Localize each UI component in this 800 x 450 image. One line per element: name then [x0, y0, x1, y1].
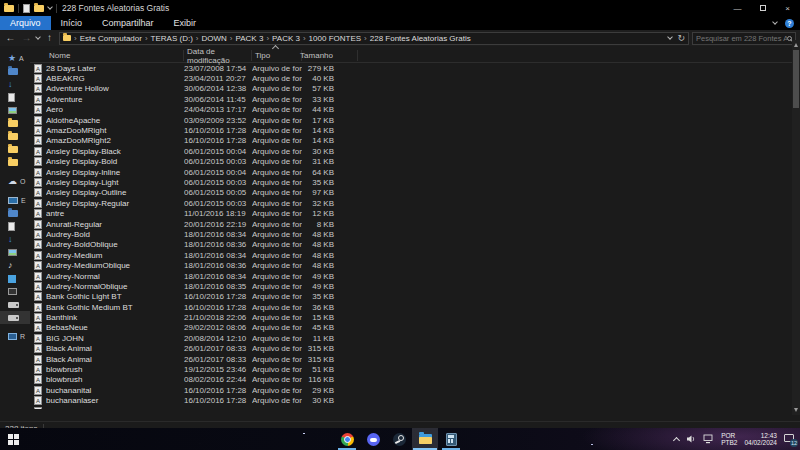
breadcrumb-item[interactable]: DOWN: [202, 34, 227, 43]
sidebar-item-local-disk[interactable]: [0, 298, 30, 311]
language-indicator[interactable]: POR PTB2: [721, 432, 737, 446]
address-bar[interactable]: ›Este Computador›TERAS (D:)›DOWN›PACK 3›…: [59, 32, 689, 45]
sidebar-item-pictures[interactable]: [0, 246, 30, 259]
file-row[interactable]: AAudrey-MediumOblique18/01/2016 08:36Arq…: [30, 260, 800, 270]
file-row[interactable]: ABank Gothic Light BT16/10/2016 17:28Arq…: [30, 292, 800, 302]
sidebar-item-downloads-arrow[interactable]: ↓: [0, 78, 30, 91]
sidebar-item-folder[interactable]: [0, 117, 30, 130]
breadcrumb-item[interactable]: PACK 3: [272, 34, 300, 43]
sidebar-item-3d-objects[interactable]: [0, 272, 30, 285]
file-row[interactable]: A28 Days Later23/07/2008 17:54Arquivo de…: [30, 63, 800, 73]
file-row[interactable]: ABlack Animal26/01/2017 08:33Arquivo de …: [30, 354, 800, 364]
help-icon[interactable]: ?: [785, 19, 794, 28]
ribbon-expand-chevron-icon[interactable]: [772, 19, 778, 25]
tab-compartilhar[interactable]: Compartilhar: [92, 16, 164, 30]
breadcrumb-item[interactable]: PACK 3: [236, 34, 264, 43]
file-row[interactable]: AAdventure Hollow30/06/2014 12:38Arquivo…: [30, 84, 800, 94]
network-icon[interactable]: [703, 434, 714, 444]
file-row[interactable]: AAnsley Display-Light06/01/2015 00:03Arq…: [30, 177, 800, 187]
file-row[interactable]: AAudrey-Medium18/01/2016 08:34Arquivo de…: [30, 250, 800, 260]
breadcrumb-item[interactable]: Este Computador: [80, 34, 142, 43]
column-header-type[interactable]: Tipo: [252, 50, 302, 61]
file-row[interactable]: AAnurati-Regular20/01/2016 22:19Arquivo …: [30, 219, 800, 229]
tab-exibir[interactable]: Exibir: [164, 16, 207, 30]
scroll-down-arrow-icon[interactable]: [794, 408, 798, 412]
sidebar-item-pictures[interactable]: [0, 104, 30, 117]
file-row[interactable]: ABebasNeue29/02/2012 08:06Arquivo de fon…: [30, 323, 800, 333]
taskbar-app-steam[interactable]: [386, 428, 412, 450]
file-row[interactable]: AAnsley Display-Inline06/01/2015 00:04Ar…: [30, 167, 800, 177]
qat-chevron-down-icon[interactable]: [47, 4, 53, 10]
file-row[interactable]: AAnsley Display-Bold06/01/2015 00:03Arqu…: [30, 157, 800, 167]
breadcrumb-item[interactable]: TERAS (D:): [151, 34, 193, 43]
file-row[interactable]: AAudrey-Normal18/01/2016 08:34Arquivo de…: [30, 271, 800, 281]
scroll-up-arrow-icon[interactable]: [794, 43, 798, 47]
file-row[interactable]: AABEAKRG23/04/2011 20:27Arquivo de fonte…: [30, 73, 800, 83]
speaker-icon[interactable]: [686, 434, 696, 444]
clock[interactable]: 12:43 04/02/2024: [744, 432, 777, 446]
sidebar-item-documents[interactable]: [0, 220, 30, 233]
file-row[interactable]: AAnsley Display-Black06/01/2015 00:04Arq…: [30, 146, 800, 156]
refresh-icon[interactable]: ↻: [677, 33, 685, 43]
sidebar-item-teras-disk[interactable]: [0, 311, 30, 324]
sidebar-item-folder[interactable]: [0, 130, 30, 143]
breadcrumb-item[interactable]: 1000 FONTES: [309, 34, 361, 43]
file-row[interactable]: AAdventure30/06/2014 11:45Arquivo de fon…: [30, 94, 800, 104]
column-header-date[interactable]: Data de modificação: [184, 50, 252, 61]
column-header-name[interactable]: Nome: [46, 50, 184, 61]
minimize-button[interactable]: —: [725, 0, 750, 16]
back-button[interactable]: ←: [4, 30, 17, 46]
taskbar-app-calculator[interactable]: [438, 428, 464, 450]
file-row[interactable]: ABIG JOHN20/08/2014 12:10Arquivo de font…: [30, 333, 800, 343]
sidebar-item-this-pc[interactable]: E: [0, 194, 30, 207]
search-box[interactable]: [692, 32, 796, 45]
scroll-thumb[interactable]: [793, 50, 799, 108]
tab-início[interactable]: Início: [51, 16, 93, 30]
maximize-button[interactable]: [750, 0, 775, 16]
sidebar-item-folder[interactable]: [0, 143, 30, 156]
file-row[interactable]: AAmazDooMRight16/10/2016 17:28Arquivo de…: [30, 125, 800, 135]
file-row[interactable]: AAudrey-BoldOblique18/01/2016 08:36Arqui…: [30, 240, 800, 250]
file-row[interactable]: Abuchananlaser16/10/2016 17:28Arquivo de…: [30, 396, 800, 406]
sidebar-item-downloads-arrow[interactable]: ↓: [0, 233, 30, 246]
file-row[interactable]: Ablowbrush08/02/2016 22:44Arquivo de fon…: [30, 375, 800, 385]
taskbar-app-discord[interactable]: [360, 428, 386, 450]
vertical-scrollbar[interactable]: [792, 40, 800, 415]
file-row[interactable]: Aantre11/01/2016 18:19Arquivo de fonte .…: [30, 208, 800, 218]
history-chevron-icon[interactable]: [35, 34, 41, 40]
properties-icon[interactable]: [23, 4, 30, 13]
file-row[interactable]: AAero24/04/2013 17:17Arquivo de fonte ..…: [30, 105, 800, 115]
start-button[interactable]: [0, 428, 26, 450]
sidebar-item-folder[interactable]: [0, 156, 30, 169]
file-row[interactable]: Abuchananital16/10/2016 17:28Arquivo de …: [30, 385, 800, 395]
address-dropdown-chevron-icon[interactable]: [668, 34, 674, 40]
file-row[interactable]: AAudrey-NormalOblique18/01/2016 08:35Arq…: [30, 281, 800, 291]
tray-chevron-up-icon[interactable]: [673, 436, 680, 443]
file-row[interactable]: Ablowbrush19/12/2015 23:46Arquivo de fon…: [30, 364, 800, 374]
file-row[interactable]: AAnsley Display-Regular06/01/2015 00:03A…: [30, 198, 800, 208]
sidebar-item-music[interactable]: ♪: [0, 259, 30, 272]
file-row[interactable]: ABank Gothic Medium BT16/10/2016 17:28Ar…: [30, 302, 800, 312]
breadcrumb-item[interactable]: 228 Fontes Aleatorias Gratis: [370, 34, 471, 43]
notifications-icon[interactable]: 12: [784, 434, 796, 445]
sidebar-item-desktop-folder[interactable]: [0, 207, 30, 220]
sidebar-item-network[interactable]: R: [0, 330, 30, 343]
sidebar-item-desktop-folder[interactable]: [0, 65, 30, 78]
column-header-size[interactable]: Tamanho: [302, 50, 358, 61]
file-row[interactable]: AAldotheApache03/09/2009 23:52Arquivo de…: [30, 115, 800, 125]
file-row[interactable]: AAudrey-Bold18/01/2016 08:34Arquivo de f…: [30, 229, 800, 239]
forward-button[interactable]: →: [20, 30, 33, 46]
taskbar-app-chrome[interactable]: [334, 428, 360, 450]
sidebar-item-videos[interactable]: [0, 285, 30, 298]
sidebar-item-onedrive-cloud[interactable]: ☁O: [0, 175, 30, 188]
file-row[interactable]: ABlack Animal26/01/2017 08:33Arquivo de …: [30, 344, 800, 354]
file-row[interactable]: ABanthink21/10/2018 22:06Arquivo de font…: [30, 312, 800, 322]
search-input[interactable]: [696, 34, 787, 43]
close-button[interactable]: ×: [775, 0, 800, 16]
sidebar-item-quick-access-star[interactable]: ★A: [0, 52, 30, 65]
sidebar-item-documents[interactable]: [0, 91, 30, 104]
file-row[interactable]: AAmazDooMRight216/10/2016 17:28Arquivo d…: [30, 136, 800, 146]
tab-arquivo[interactable]: Arquivo: [0, 16, 51, 30]
file-row[interactable]: ACafe Nero M5416/10/2016 17:28Arquivo de…: [30, 406, 800, 409]
file-row[interactable]: AAnsley Display-Outline06/01/2015 00:05A…: [30, 188, 800, 198]
